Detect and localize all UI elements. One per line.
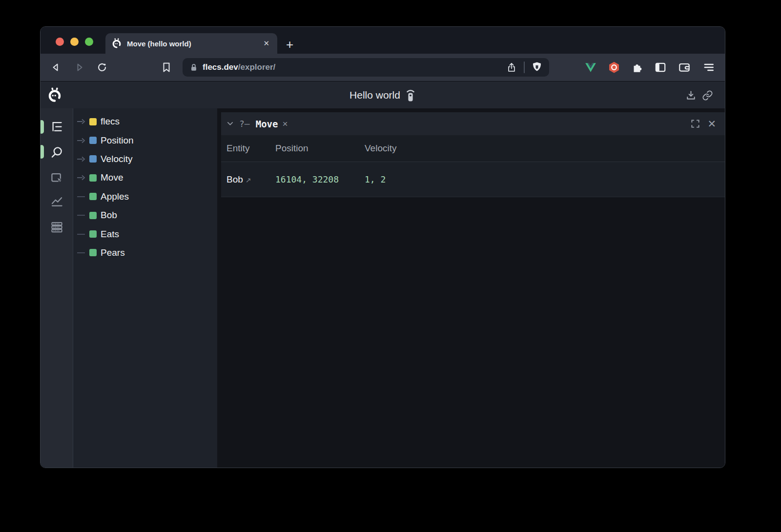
query-panel-header: ?– Move × ✕ <box>221 112 725 135</box>
download-icon[interactable] <box>685 90 697 101</box>
main-panel: ?– Move × ✕ Entity Position Velo <box>217 108 725 468</box>
tab-bar: Move (hello world) ✕ + <box>41 27 725 54</box>
url-domain: flecs.dev <box>203 62 238 72</box>
leaf-dash-icon <box>77 250 87 256</box>
tree-item-apples[interactable]: Apples <box>73 187 217 206</box>
active-indicator-search <box>41 145 44 159</box>
entity-color-square <box>89 249 97 256</box>
entity-tree-panel: flecs Position Velocity Move <box>73 108 217 468</box>
active-indicator-tree <box>41 120 44 134</box>
tree-item-label: Eats <box>101 229 119 240</box>
panel-close-button[interactable]: ✕ <box>707 119 716 129</box>
tree-item-label: Move <box>101 172 123 183</box>
tree-item-velocity[interactable]: Velocity <box>73 150 217 168</box>
query-type-glyph: ?– <box>239 119 250 129</box>
tree-item-label: Apples <box>101 191 129 202</box>
new-tab-button[interactable]: + <box>286 38 293 51</box>
entity-color-square <box>89 155 97 163</box>
world-title: Hello world <box>349 89 400 101</box>
velocity-value[interactable]: 1, 2 <box>365 174 386 184</box>
tree-item-bob[interactable]: Bob <box>73 206 217 225</box>
tree-item-label: Pears <box>101 247 125 258</box>
entity-link-arrow-icon[interactable]: ↗ <box>246 176 251 184</box>
expand-arrow-icon[interactable] <box>77 156 87 162</box>
leaf-dash-icon <box>77 231 87 237</box>
close-window-button[interactable] <box>56 38 64 46</box>
bookmark-icon[interactable] <box>161 61 172 73</box>
tree-item-label: flecs <box>101 116 120 127</box>
divider <box>524 61 525 73</box>
browser-toolbar: flecs.dev /explorer/ <box>41 54 725 81</box>
back-button[interactable] <box>50 61 62 73</box>
tab-close-button[interactable]: ✕ <box>261 38 271 49</box>
query-inline-close-button[interactable]: × <box>282 119 288 129</box>
tree-item-move[interactable]: Move <box>73 168 217 187</box>
tab-title: Move (hello world) <box>127 40 261 48</box>
table-row[interactable]: Bob↗ 16104, 32208 1, 2 <box>221 162 725 197</box>
tree-item-flecs[interactable]: flecs <box>73 112 217 131</box>
entity-color-square <box>89 230 97 238</box>
content-area: flecs Position Velocity Move <box>41 108 725 468</box>
column-header-entity[interactable]: Entity <box>226 143 250 153</box>
entity-color-square <box>89 193 97 200</box>
tree-item-eats[interactable]: Eats <box>73 225 217 243</box>
tree-item-position[interactable]: Position <box>73 131 217 149</box>
entity-name[interactable]: Bob <box>226 174 243 184</box>
entity-color-square <box>89 137 97 144</box>
browser-tab[interactable]: Move (hello world) ✕ <box>105 33 277 54</box>
column-header-velocity[interactable]: Velocity <box>365 143 396 153</box>
collapse-chevron-icon[interactable] <box>226 120 234 128</box>
column-header-position[interactable]: Position <box>275 143 308 153</box>
brave-shield-icon[interactable] <box>532 61 542 73</box>
tree-item-label: Velocity <box>101 154 132 164</box>
expand-arrow-icon[interactable] <box>77 138 87 143</box>
browser-window: Move (hello world) ✕ + <box>41 27 725 468</box>
tree-item-pears[interactable]: Pears <box>73 244 217 262</box>
search-icon[interactable] <box>50 145 63 159</box>
tree-item-label: Position <box>101 135 134 146</box>
maximize-window-button[interactable] <box>85 38 93 46</box>
flecs-favicon-icon <box>111 38 122 49</box>
query-table-header: Entity Position Velocity <box>221 135 725 162</box>
extensions-puzzle-icon[interactable] <box>631 61 642 73</box>
entity-color-square <box>89 212 97 219</box>
wallet-icon[interactable] <box>678 61 690 73</box>
expand-arrow-icon[interactable] <box>77 175 87 181</box>
query-panel-title: Move <box>256 119 278 129</box>
leaf-dash-icon <box>77 212 87 218</box>
screenshot-canvas: Move (hello world) ✕ + <box>0 0 781 532</box>
left-icon-strip <box>41 108 73 468</box>
forward-button[interactable] <box>73 61 85 73</box>
remote-connection-icon[interactable] <box>405 88 416 102</box>
menu-hamburger-icon[interactable] <box>702 61 714 73</box>
share-icon[interactable] <box>506 62 517 73</box>
minimize-window-button[interactable] <box>70 38 79 46</box>
leaf-dash-icon <box>77 194 87 200</box>
url-bar[interactable]: flecs.dev /explorer/ <box>183 58 549 77</box>
stats-chart-icon[interactable] <box>50 195 63 208</box>
tree-outline-icon[interactable] <box>50 120 63 133</box>
inspect-cursor-icon[interactable] <box>50 171 63 184</box>
entity-color-square <box>89 174 97 182</box>
reload-button[interactable] <box>96 61 108 73</box>
permalink-icon[interactable] <box>702 90 713 101</box>
lock-icon <box>189 63 198 72</box>
tree-item-label: Bob <box>101 210 117 221</box>
data-rows-icon[interactable] <box>50 221 63 234</box>
vue-devtools-extension-icon[interactable] <box>584 61 596 73</box>
position-value[interactable]: 16104, 32208 <box>275 174 339 184</box>
app-header: Hello world <box>41 81 725 108</box>
url-path: /explorer/ <box>238 62 276 72</box>
expand-arrow-icon[interactable] <box>77 119 87 124</box>
sidebar-panel-icon[interactable] <box>654 61 666 73</box>
hexagon-extension-icon[interactable] <box>608 61 619 73</box>
entity-color-square <box>89 118 97 125</box>
fullscreen-icon[interactable] <box>691 119 700 128</box>
